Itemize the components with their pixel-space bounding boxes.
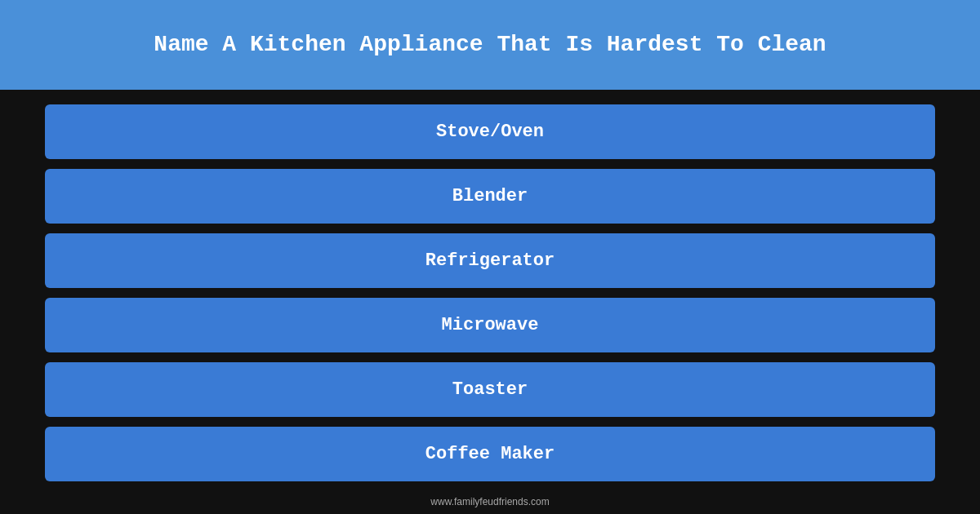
footer-url: www.familyfeudfriends.com <box>430 496 549 507</box>
answer-item-3[interactable]: Refrigerator <box>45 233 935 288</box>
answers-container: Stove/OvenBlenderRefrigeratorMicrowaveTo… <box>0 90 980 490</box>
answer-item-2[interactable]: Blender <box>45 169 935 224</box>
answer-text-5: Toaster <box>452 379 528 400</box>
answer-text-6: Coffee Maker <box>425 444 555 464</box>
answer-item-4[interactable]: Microwave <box>45 298 935 352</box>
page-wrapper: Name A Kitchen Appliance That Is Hardest… <box>0 0 980 514</box>
answer-item-1[interactable]: Stove/Oven <box>45 104 935 159</box>
answer-text-4: Microwave <box>442 315 539 335</box>
answer-text-3: Refrigerator <box>425 250 555 271</box>
header: Name A Kitchen Appliance That Is Hardest… <box>0 0 980 90</box>
answer-text-1: Stove/Oven <box>436 122 544 142</box>
answer-item-5[interactable]: Toaster <box>45 362 935 417</box>
footer: www.familyfeudfriends.com <box>0 490 980 514</box>
page-title: Name A Kitchen Appliance That Is Hardest… <box>154 30 826 60</box>
answer-text-2: Blender <box>452 186 528 206</box>
answer-item-6[interactable]: Coffee Maker <box>45 427 935 481</box>
